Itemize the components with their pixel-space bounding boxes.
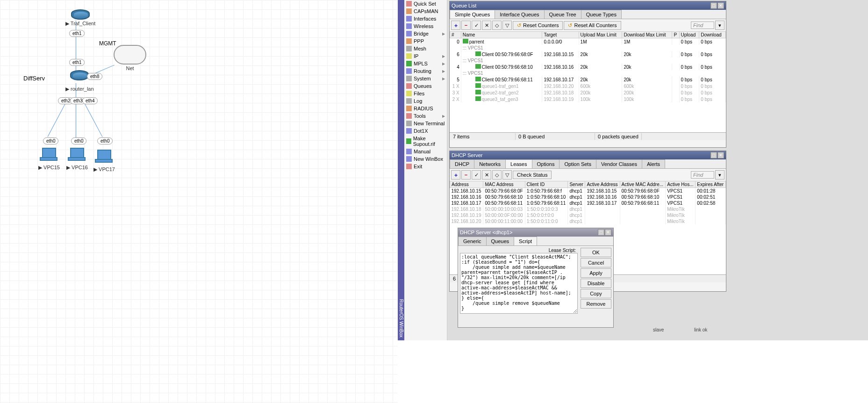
- menu-item-new-terminal[interactable]: New Terminal: [404, 120, 447, 127]
- find-input[interactable]: Find: [691, 171, 714, 179]
- tab-interface-queues[interactable]: Interface Queues: [495, 10, 544, 19]
- menu-item-log[interactable]: Log: [404, 97, 447, 105]
- find-dropdown[interactable]: ▾: [715, 21, 725, 30]
- enable-button[interactable]: ✓: [472, 170, 481, 180]
- table-row[interactable]: 1 Xqueue1-traf_gen1192.168.10.20600k600k…: [450, 83, 726, 89]
- tab-vendor-classes[interactable]: Vendor Classes: [596, 159, 642, 168]
- tab-dhcp[interactable]: DHCP: [450, 159, 474, 168]
- node-vpc15[interactable]: ▶ VPC15: [38, 148, 60, 171]
- menu-item-system[interactable]: System▶: [404, 75, 447, 82]
- menu-item-radius[interactable]: RADIUS: [404, 105, 447, 112]
- menu-item-routing[interactable]: Routing▶: [404, 67, 447, 75]
- table-row[interactable]: 3 Xqueue2-traf_gen2192.168.10.18200k200k…: [450, 89, 726, 96]
- menu-item-mpls[interactable]: MPLS▶: [404, 60, 447, 67]
- close-button[interactable]: ✕: [717, 2, 724, 9]
- menu-item-bridge[interactable]: Bridge▶: [404, 30, 447, 37]
- disable-button[interactable]: ✕: [482, 21, 491, 30]
- add-button[interactable]: ＋: [451, 21, 460, 30]
- pc-icon: [68, 148, 86, 164]
- tab-options[interactable]: Options: [532, 159, 560, 168]
- queue-table[interactable]: #NameTargetUpload Max LimitDownload Max …: [450, 31, 726, 102]
- menu-item-wireless[interactable]: Wireless: [404, 22, 447, 30]
- cancel-button[interactable]: Cancel: [581, 258, 611, 267]
- table-row[interactable]: 192.168.10.1950:00:00:0F:00:001:50:0:0:f…: [450, 212, 726, 218]
- find-input[interactable]: Find: [691, 22, 714, 29]
- tab-script[interactable]: Script: [514, 237, 537, 245]
- close-button[interactable]: ✕: [717, 152, 724, 158]
- menu-item-ppp[interactable]: PPP: [404, 37, 447, 45]
- dhcp-leases-table[interactable]: AddressMAC AddressClient IDServerActive …: [450, 181, 726, 224]
- remove-button[interactable]: −: [461, 170, 471, 180]
- menu-item-dot1x[interactable]: Dot1X: [404, 127, 447, 135]
- menu-item-mesh[interactable]: Mesh: [404, 45, 447, 52]
- apply-button[interactable]: Apply: [581, 268, 611, 278]
- check-status-button[interactable]: Check Status: [513, 171, 552, 179]
- filter-button[interactable]: ▽: [502, 21, 512, 30]
- titlebar[interactable]: Queue List □ ✕: [450, 1, 726, 10]
- menu-item-quick-set[interactable]: Quick Set: [404, 0, 447, 7]
- table-row[interactable]: ::: VPCS1: [450, 58, 726, 64]
- tab-queues[interactable]: Queues: [486, 237, 515, 245]
- menu-item-files[interactable]: Files: [404, 90, 447, 97]
- tab-simple-queues[interactable]: Simple Queues: [450, 10, 495, 19]
- table-row[interactable]: 192.168.10.1700:50:79:66:68:111:0:50:79:…: [450, 200, 726, 206]
- disable-button[interactable]: ✕: [482, 170, 491, 180]
- tab-generic[interactable]: Generic: [458, 237, 487, 245]
- table-row[interactable]: 5Client 00:50:79:66:68:11192.168.10.1720…: [450, 76, 726, 83]
- lease-script-textarea[interactable]: [460, 253, 578, 314]
- menu-item-tools[interactable]: Tools▶: [404, 112, 447, 120]
- table-row[interactable]: 192.168.10.1600:50:79:66:68:101:0:50:79:…: [450, 194, 726, 200]
- copy-button[interactable]: Copy: [581, 289, 611, 298]
- table-row[interactable]: 0parrent0.0.0.0/01M1M0 bps0 bps: [450, 38, 726, 45]
- submenu-arrow-icon: ▶: [442, 77, 445, 81]
- node-vpc16[interactable]: ▶ VPC16: [66, 148, 88, 171]
- comment-button[interactable]: ◇: [492, 21, 502, 30]
- menu-item-ip[interactable]: IP▶: [404, 52, 447, 60]
- filter-button[interactable]: ▽: [502, 170, 512, 180]
- comment-button[interactable]: ◇: [492, 170, 502, 180]
- tab-leases[interactable]: Leases: [505, 159, 532, 168]
- table-row[interactable]: 192.168.10.2050:00:00:11:00:001:50:0:0:1…: [450, 218, 726, 224]
- titlebar[interactable]: DHCP Server □ ✕: [450, 151, 726, 159]
- tab-networks[interactable]: Networks: [474, 159, 506, 168]
- node-net-cloud[interactable]: Net: [114, 45, 146, 71]
- reset-counters-button[interactable]: ↺Reset Counters: [513, 21, 563, 30]
- table-row[interactable]: ::: VPCS1: [450, 70, 726, 76]
- enable-button[interactable]: ✓: [472, 21, 481, 30]
- menu-item-make-supout.rif[interactable]: Make Supout.rif: [404, 135, 447, 148]
- table-row[interactable]: 192.168.10.1500:50:79:66:68:0F1:0:50:79:…: [450, 188, 726, 194]
- tab-queue-types[interactable]: Queue Types: [581, 10, 622, 19]
- remove-button[interactable]: Remove: [581, 299, 611, 309]
- reset-all-counters-button[interactable]: ↺Reset All Counters: [564, 21, 621, 30]
- menu-item-exit[interactable]: Exit: [404, 163, 447, 170]
- eth-label: eth0: [71, 137, 86, 144]
- table-row[interactable]: 6Client 00:50:79:66:68:0F192.168.10.1520…: [450, 51, 726, 58]
- menu-icon: [406, 149, 412, 154]
- minimize-button[interactable]: □: [710, 2, 717, 9]
- remove-button[interactable]: −: [461, 21, 471, 30]
- node-traf-client[interactable]: ▶ Traf_Client: [65, 9, 95, 27]
- titlebar[interactable]: DHCP Server <dhcp1> □ ✕: [458, 228, 613, 237]
- menu-item-new-winbox[interactable]: New WinBox: [404, 155, 447, 163]
- tab-option-sets[interactable]: Option Sets: [559, 159, 596, 168]
- minimize-button[interactable]: □: [598, 229, 604, 236]
- table-row[interactable]: 192.168.10.1850:00:00:10:00:031:50:0:0:1…: [450, 206, 726, 212]
- menu-item-queues[interactable]: Queues: [404, 82, 447, 90]
- table-row[interactable]: ::: VPCS1: [450, 45, 726, 51]
- tab-alerts[interactable]: Alerts: [642, 159, 665, 168]
- close-button[interactable]: ✕: [605, 229, 611, 236]
- menu-item-manual[interactable]: Manual: [404, 148, 447, 155]
- table-row[interactable]: 4Client 00:50:79:66:68:10192.168.10.1620…: [450, 64, 726, 70]
- topology-canvas[interactable]: DiffServ MGMT ▶ Traf_Client eth1 eth1 ▶ …: [0, 0, 397, 403]
- menu-item-interfaces[interactable]: Interfaces: [404, 15, 447, 22]
- tab-queue-tree[interactable]: Queue Tree: [544, 10, 581, 19]
- disable-button[interactable]: Disable: [581, 279, 611, 288]
- table-row[interactable]: 2 Xqueue3_taf_gen3192.168.10.19100k100k0…: [450, 96, 726, 102]
- dhcp-server-dialog: DHCP Server <dhcp1> □ ✕ GenericQueuesScr…: [458, 228, 614, 328]
- find-dropdown[interactable]: ▾: [715, 170, 725, 180]
- ok-button[interactable]: OK: [581, 248, 611, 257]
- node-vpc17[interactable]: ▶ VPC17: [93, 150, 115, 173]
- add-button[interactable]: ＋: [451, 170, 460, 180]
- minimize-button[interactable]: □: [710, 152, 717, 158]
- menu-item-capsman[interactable]: CAPsMAN: [404, 7, 447, 15]
